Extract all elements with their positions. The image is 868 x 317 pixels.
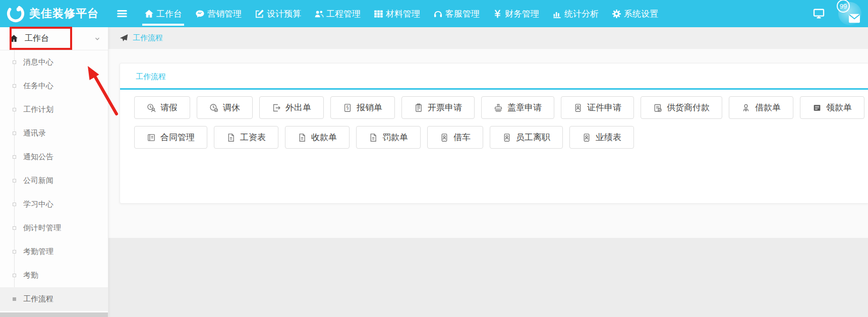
file-icon [226,133,236,142]
workflow-button-receipt-form[interactable]: 收款单 [285,126,350,149]
workflow-button-loan-form[interactable]: 借款单 [729,96,793,119]
workflow-button-supplier-payment[interactable]: 供货商付款 [641,96,722,119]
monitor-icon[interactable] [813,8,825,19]
nav-item-design-budget[interactable]: 设计预算 [248,0,308,27]
clock-check-icon [209,103,218,112]
clipboard-check-icon [653,103,662,112]
nav-item-materials[interactable]: 材料管理 [367,0,427,27]
workflow-button-performance-sheet[interactable]: 业绩表 [569,126,634,149]
workflow-button-reimbursement-form[interactable]: §报销单 [330,96,395,119]
workflow-button-payroll-sheet[interactable]: 工资表 [214,126,278,149]
breadcrumb: 工作流程 [108,27,868,49]
workflow-button-payment-claim-form[interactable]: 领款单 [800,96,864,119]
workflow-button-contract-mgmt[interactable]: 合同管理 [134,126,207,149]
workflow-button-fine-form[interactable]: 罚款单 [356,126,421,149]
user-coin-icon [741,103,750,112]
workflow-button-label: 证件申请 [587,102,621,113]
book-icon [147,133,156,142]
sidebar-item-label: 消息中心 [23,57,53,67]
brand-title: 美佳装修平台 [29,6,99,21]
id-badge-icon [440,133,449,142]
brand[interactable]: 美佳装修平台 [0,4,108,23]
sidebar-item-workflow[interactable]: 工作流程 [0,287,108,311]
content-wrapper: 工作流程 请假调休外出单§报销单开票申请盖章申请证件申请供货商付款借款单领款单合… [108,49,868,238]
item-bullet-icon [13,179,16,182]
nav-item-system-settings[interactable]: 系统设置 [605,0,665,27]
sidebar-item-attendance-mgmt[interactable]: 考勤管理 [0,240,108,264]
sidebar-item-label: 通讯录 [23,129,46,138]
workflow-button-certificate-request[interactable]: 证件申请 [561,96,634,119]
sidebar-item-learning-center[interactable]: 学习中心 [0,193,108,216]
sign-out-icon [272,103,281,112]
nav-item-label: 设计预算 [267,8,301,20]
sidebar-item-notice-announcement[interactable]: 通知公告 [0,145,108,169]
workflow-button-row-2: 合同管理工资表收款单罚款单借车员工离职业绩表 [134,126,868,149]
workflow-button-label: 报销单 [357,102,382,113]
workflow-button-comp-leave[interactable]: 调休 [197,96,253,119]
workflow-button-label: 收款单 [311,132,337,143]
nav-item-engineering[interactable]: 工程管理 [308,0,367,27]
nav-item-statistics[interactable]: 统计分析 [546,0,605,27]
file-icon [369,133,378,142]
sidebar-item-message-center[interactable]: 消息中心 [0,50,108,74]
nav-item-customer-service[interactable]: 客服管理 [427,0,486,27]
sidebar-item-label: 公司新闻 [23,176,53,185]
nav-item-label: 客服管理 [445,8,480,20]
comments-icon [195,9,205,19]
nav-item-label: 系统设置 [624,8,658,20]
paper-plane-icon [120,34,128,42]
headset-icon [433,9,443,19]
workflow-card: 工作流程 请假调休外出单§报销单开票申请盖章申请证件申请供货商付款借款单领款单合… [120,63,868,204]
tab-workflow[interactable]: 工作流程 [136,72,166,81]
nav-item-label: 工程管理 [326,8,361,20]
hamburger-menu-icon[interactable] [115,8,129,19]
sidebar-item-countdown-mgmt[interactable]: 倒计时管理 [0,216,108,240]
user-avatar[interactable]: 99 [838,2,861,25]
workflow-button-outing-form[interactable]: 外出单 [259,96,324,119]
workflow-button-car-borrow[interactable]: 借车 [427,126,483,149]
item-bullet-icon [13,132,16,135]
sidebar-item-contacts[interactable]: 通讯录 [0,121,108,145]
workflow-button-label: 工资表 [240,132,266,143]
workflow-button-seal-request[interactable]: 盖章申请 [481,96,554,119]
workflow-button-employee-resignation[interactable]: 员工离职 [490,126,563,149]
sidebar-item-workbench[interactable]: 工作台 [0,27,108,50]
workflow-button-label: 罚款单 [382,132,408,143]
sidebar-item-label: 倒计时管理 [23,223,61,233]
nav-item-workbench[interactable]: 工作台 [138,0,189,27]
nav-item-label: 工作台 [156,8,182,20]
workflow-button-label: 借车 [453,132,471,143]
workflow-button-label: 业绩表 [596,132,621,143]
workflow-button-invoice-request[interactable]: 开票申请 [401,96,475,119]
item-bullet-icon [13,155,16,159]
workflow-button-leave-request[interactable]: 请假 [134,96,190,119]
svg-text:§: § [346,105,349,110]
nav-item-label: 营销管理 [207,8,242,20]
id-badge-icon [582,133,591,142]
sidebar-item-label: 考勤 [23,271,38,280]
item-bullet-icon [13,297,16,301]
navbar-right: 99 [813,2,868,25]
sidebar-scrollbar[interactable] [0,312,108,317]
home-icon [10,34,18,43]
nav-item-label: 统计分析 [564,8,599,20]
top-navbar: 美佳装修平台 工作台营销管理设计预算工程管理材料管理客服管理财务管理统计分析系统… [0,0,868,27]
item-bullet-icon [13,108,16,111]
tab-bar: 工作流程 [120,64,868,88]
envelope-icon [848,14,860,23]
item-bullet-icon [13,226,16,230]
sidebar-item-work-plan[interactable]: 工作计划 [0,98,108,121]
gear-icon [612,9,621,19]
sidebar-item-label: 工作流程 [23,294,53,304]
sidebar-item-label: 学习中心 [23,200,53,209]
sidebar-item-attendance[interactable]: 考勤 [0,264,108,287]
sidebar-item-company-news[interactable]: 公司新闻 [0,169,108,193]
chart-icon [552,9,562,19]
workflow-button-label: 借款单 [755,102,781,113]
workflow-button-label: 领款单 [826,102,852,113]
nav-item-marketing[interactable]: 营销管理 [189,0,248,27]
main-area: 工作流程 工作流程 请假调休外出单§报销单开票申请盖章申请证件申请供货商付款借款… [108,27,868,317]
nav-item-finance[interactable]: 财务管理 [486,0,546,27]
sidebar-item-task-center[interactable]: 任务中心 [0,74,108,98]
yen-icon [493,9,502,19]
